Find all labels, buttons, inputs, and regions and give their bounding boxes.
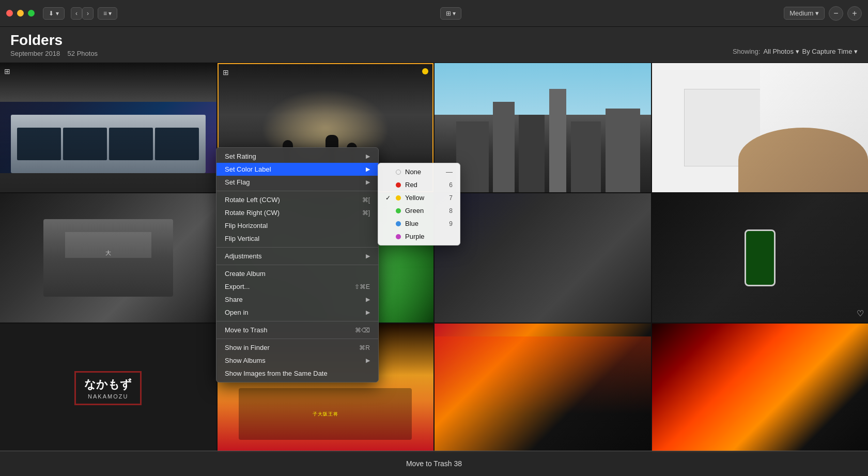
menu-share-arrow: ▶: [366, 296, 370, 303]
menu-flip-vertical-label: Flip Vertical: [225, 235, 259, 242]
menu-set-rating-label: Set Rating: [225, 152, 256, 160]
menu-rotate-right-label: Rotate Right (CW): [225, 209, 280, 217]
nav-forward-button[interactable]: ›: [82, 7, 94, 20]
phone-shape: [745, 229, 776, 286]
menu-create-album[interactable]: Create Album: [216, 267, 378, 280]
divider-5: [216, 339, 378, 339]
map-detail: [652, 63, 869, 192]
photo-cell-7[interactable]: [435, 193, 651, 323]
showing-value[interactable]: All Photos ▾: [763, 48, 799, 55]
divider-2: [216, 247, 378, 248]
menu-show-albums[interactable]: Show Albums ▶: [216, 354, 378, 367]
adjust-icon-1: ⊞: [4, 67, 10, 75]
photo-cell-1[interactable]: ⊞: [0, 63, 216, 192]
menu-flip-horizontal-label: Flip Horizontal: [225, 222, 268, 229]
color-green-row: Green: [385, 207, 424, 214]
titlebar-right: Medium ▾ − +: [784, 6, 862, 21]
titlebar: ⬇ ▾ ‹ › ≡ ▾ ⊞ ▾ Medium ▾ − +: [0, 0, 868, 27]
photo-cell-8[interactable]: ♡: [652, 193, 869, 323]
zoom-plus-button[interactable]: +: [847, 6, 862, 21]
night-detail-12: [652, 324, 869, 453]
menu-rotate-left-label: Rotate Left (CCW): [225, 196, 280, 204]
menu-export[interactable]: Export... ⇧⌘E: [216, 280, 378, 293]
menu-move-to-trash[interactable]: Move to Trash ⌘⌫: [216, 324, 378, 336]
photo-cell-11[interactable]: [435, 324, 651, 453]
titlebar-center: ⊞ ▾: [117, 7, 784, 20]
menu-flip-horizontal[interactable]: Flip Horizontal: [216, 219, 378, 232]
layout-button[interactable]: ⊞ ▾: [440, 7, 461, 20]
menu-set-flag[interactable]: Set Flag ▶: [216, 176, 378, 189]
maximize-button[interactable]: [28, 10, 35, 17]
menu-show-same-date-label: Show Images from the Same Date: [225, 370, 328, 377]
menu-rotate-left-shortcut: ⌘[: [362, 196, 370, 204]
photo-grid: ⊞ ⊞ ★★: [0, 63, 868, 471]
menu-set-color-label-arrow: ▶: [366, 166, 370, 173]
red-key: 6: [449, 181, 453, 189]
menu-move-to-trash-label: Move to Trash: [225, 326, 267, 334]
night-detail-11: [435, 324, 651, 453]
blue-label: Blue: [405, 220, 419, 227]
color-dot-yellow: [396, 195, 401, 201]
menu-open-in[interactable]: Open in ▶: [216, 306, 378, 319]
import-button[interactable]: ⬇ ▾: [43, 7, 65, 20]
submenu-blue[interactable]: Blue 9: [378, 217, 460, 230]
sort-value[interactable]: By Capture Time ▾: [802, 48, 858, 55]
minimize-button[interactable]: [17, 10, 24, 17]
photo-cell-9[interactable]: なかもず NAKAMOZU: [0, 324, 216, 453]
import-arrow: ▾: [56, 10, 59, 17]
sign-detail: なかもず NAKAMOZU: [0, 324, 216, 453]
color-dot-blue: [396, 221, 401, 226]
menu-share[interactable]: Share ▶: [216, 293, 378, 306]
color-blue-row: Blue: [385, 220, 419, 227]
header-date: September 2018: [10, 50, 60, 57]
menu-adjustments-arrow: ▶: [366, 253, 370, 259]
menu-set-color-label[interactable]: Set Color Label ▶ None — Red 6: [216, 163, 378, 176]
color-dot-none: [396, 170, 401, 175]
submenu-green[interactable]: Green 8: [378, 204, 460, 217]
green-key: 8: [449, 207, 453, 214]
medium-button[interactable]: Medium ▾: [784, 7, 825, 20]
menu-move-to-trash-shortcut: ⌘⌫: [355, 327, 370, 334]
menu-adjustments[interactable]: Adjustments ▶: [216, 250, 378, 263]
menu-set-rating[interactable]: Set Rating ▶: [216, 150, 378, 163]
blue-key: 9: [449, 220, 453, 227]
close-button[interactable]: [6, 10, 13, 17]
menu-export-shortcut: ⇧⌘E: [354, 283, 370, 290]
nakamozu-en: NAKAMOZU: [84, 393, 132, 400]
red-label: Red: [405, 181, 417, 189]
menu-rotate-right-shortcut: ⌘]: [362, 209, 370, 217]
menu-show-same-date[interactable]: Show Images from the Same Date: [216, 367, 378, 380]
showing-label: Showing:: [733, 48, 760, 55]
zoom-minus-button[interactable]: −: [829, 6, 843, 21]
divider-4: [216, 321, 378, 321]
nav-back-button[interactable]: ‹: [71, 7, 82, 20]
menu-adjustments-label: Adjustments: [225, 252, 262, 260]
view-list-button[interactable]: ≡ ▾: [98, 7, 117, 20]
heart-icon-8: ♡: [857, 309, 864, 318]
menu-set-color-label-text: Set Color Label: [225, 165, 271, 173]
nakamozu-sign: なかもず NAKAMOZU: [74, 371, 142, 405]
submenu-yellow[interactable]: ✓ Yellow 7: [378, 191, 460, 204]
menu-show-albums-arrow: ▶: [366, 357, 370, 364]
menu-flip-vertical[interactable]: Flip Vertical: [216, 232, 378, 245]
photo-cell-5[interactable]: 大: [0, 193, 216, 323]
photo-cell-3[interactable]: [435, 63, 651, 192]
menu-set-flag-arrow: ▶: [366, 179, 370, 186]
submenu-none[interactable]: None —: [378, 165, 460, 178]
menu-rotate-right[interactable]: Rotate Right (CW) ⌘]: [216, 206, 378, 219]
submenu-purple[interactable]: Purple: [378, 230, 460, 243]
menu-show-in-finder[interactable]: Show in Finder ⌘R: [216, 341, 378, 354]
color-dot-purple: [396, 234, 401, 239]
divider-3: [216, 265, 378, 265]
photo-cell-4[interactable]: [652, 63, 869, 192]
phone-detail: [652, 193, 869, 323]
stone-detail: 大: [0, 193, 216, 323]
photo-cell-12[interactable]: [652, 324, 869, 453]
header-left: Folders September 2018 52 Photos: [10, 32, 98, 57]
none-dash: —: [446, 168, 453, 176]
purple-label: Purple: [405, 233, 425, 240]
menu-rotate-left[interactable]: Rotate Left (CCW) ⌘[: [216, 193, 378, 206]
yellow-check: ✓: [385, 194, 393, 202]
yellow-dot-2: [422, 68, 428, 74]
submenu-red[interactable]: Red 6: [378, 178, 460, 191]
